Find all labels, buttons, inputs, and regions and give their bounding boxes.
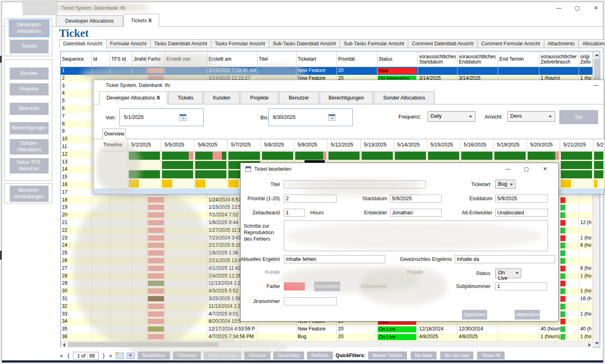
- sidebar-item-sonder-allocations[interactable]: Sonder-Allocations: [10, 139, 49, 154]
- timeline-cell[interactable]: [100, 161, 128, 170]
- subjobnummer-input[interactable]: 1: [495, 282, 547, 290]
- tab-developer-allocations[interactable]: Developer Allocations: [56, 15, 123, 27]
- timeline-cell[interactable]: [394, 151, 427, 161]
- quickfilter-show-all-button[interactable]: Show All: [477, 351, 505, 360]
- scroll-left-icon[interactable]: [63, 343, 65, 347]
- titel-input[interactable]: [284, 180, 426, 188]
- timeline-cell[interactable]: [194, 179, 228, 188]
- column-header-origi-zeitv[interactable]: origi Zeitv: [579, 51, 593, 67]
- timeline-cell[interactable]: [100, 151, 128, 161]
- calendar-icon[interactable]: 15: [328, 114, 335, 121]
- column-header-erstellt-von[interactable]: Erstellt von: [165, 51, 207, 67]
- gesch-tzt-button[interactable]: Geschätzt: [273, 351, 304, 360]
- timeline-cell[interactable]: [128, 151, 161, 161]
- hscroll-thumb[interactable]: [68, 342, 219, 347]
- timeline-cell[interactable]: [593, 161, 605, 170]
- timeline-cell[interactable]: [294, 151, 328, 161]
- aktuelles-input[interactable]: Inhalte fehlen: [284, 255, 385, 263]
- minimize-icon[interactable]: —: [501, 165, 515, 174]
- tab-tickets[interactable]: Tickets X: [124, 14, 159, 27]
- table-row[interactable]: 3512/17/2024 4:53:59 PNew Feature20On Li…: [61, 326, 593, 333]
- timeline-cell[interactable]: [161, 161, 194, 170]
- abbrechen-button[interactable]: Abbrechen: [515, 310, 540, 320]
- view-tab-datenblatt-ansicht[interactable]: Datenblatt Ansicht: [59, 39, 107, 49]
- table-row[interactable]: 13/19/2025 7:28:45 AMNew Feature20New: [61, 67, 593, 75]
- alt-entwickler-input[interactable]: Unallocated: [495, 209, 548, 217]
- timeline-cell[interactable]: [100, 170, 128, 179]
- view-tab-allocations[interactable]: Allocations: [579, 39, 605, 48]
- enddatum-input[interactable]: 5/9/2025: [495, 195, 548, 203]
- timeline-cell[interactable]: [460, 151, 494, 161]
- tab-sonder-allocations[interactable]: Sonder Allocations: [374, 91, 435, 104]
- scroll-down-icon[interactable]: [595, 342, 599, 345]
- delete-record-icon[interactable]: ✕: [127, 353, 135, 359]
- tab-overview[interactable]: Overview: [102, 129, 126, 139]
- sidebar-item-projekte[interactable]: Projekte: [10, 83, 49, 95]
- gewuenschtes-input[interactable]: Inhalte da: [455, 255, 555, 263]
- minimize-icon[interactable]: —: [590, 81, 602, 90]
- tab-tickets[interactable]: Tickets: [168, 91, 203, 104]
- quickfilter-meine-tickets-button[interactable]: Meine Tickets: [368, 351, 407, 360]
- timeline-cell[interactable]: [427, 151, 460, 161]
- new-record-icon[interactable]: ★: [116, 353, 124, 359]
- go-button[interactable]: Go: [559, 110, 598, 124]
- view-tab-comment-formular-ansicht[interactable]: Comment Formular Ansicht: [477, 39, 544, 48]
- sidebar-item-berechtigungen[interactable]: Berechtigungen: [10, 122, 49, 134]
- timeline-cell[interactable]: [128, 170, 161, 179]
- allocate-button[interactable]: Allocate: [244, 351, 271, 360]
- column-header-ticketart[interactable]: Ticketart: [296, 51, 337, 67]
- calendar-icon[interactable]: 15: [179, 114, 186, 121]
- timeline-cell[interactable]: [194, 161, 228, 170]
- column-header-tfs-id[interactable]: TFS Id: [110, 51, 132, 67]
- status-select[interactable]: On Live: [495, 268, 521, 278]
- sidebar-item-kunden[interactable]: Kunden: [10, 68, 49, 80]
- tab-berechtigungen[interactable]: Berechtigungen: [320, 91, 373, 104]
- tab-projekte[interactable]: Projekte: [241, 91, 278, 104]
- timeline-cell[interactable]: [128, 161, 161, 170]
- nav-last-button[interactable]: »: [108, 352, 113, 359]
- jiranummer-input[interactable]: [284, 297, 337, 305]
- speichern-button[interactable]: Speichern: [462, 310, 487, 320]
- bearbeiten-button[interactable]: Bearbeiten: [138, 351, 170, 360]
- column-header-voraussichtlicher-zeitverbrauch[interactable]: voraussichtlicher Zeitverbrauch: [539, 51, 579, 67]
- view-tab-comment-datenblatt-ansicht[interactable]: Comment Datenblatt Ansicht: [408, 39, 477, 48]
- nav-first-button[interactable]: «: [59, 352, 64, 359]
- view-tab-tasks-datenblatt-ansicht[interactable]: Tasks Datenblatt Ansicht: [151, 39, 211, 48]
- close-tab-icon[interactable]: X: [155, 95, 160, 101]
- table-row[interactable]: 364/7/2025 7:34:56 PMBug20On Live4/8/202…: [61, 333, 593, 341]
- quickfilter-no-on-live-button[interactable]: No On Live: [440, 351, 473, 360]
- timeline-cell[interactable]: [194, 170, 228, 179]
- maximize-icon[interactable]: ▢: [569, 4, 586, 13]
- column-header-priorit-t[interactable]: Priorität: [337, 51, 377, 67]
- timeline-cell[interactable]: [261, 151, 294, 161]
- quickfilter-no-new-button[interactable]: No New: [411, 351, 437, 360]
- timeline-cell[interactable]: [328, 151, 361, 161]
- column-header-erstellt-am[interactable]: Erstellt am: [207, 51, 258, 67]
- timeline-cell[interactable]: [228, 151, 261, 161]
- maximize-icon[interactable]: ▢: [520, 165, 533, 174]
- column-header-sequence[interactable]: Sequence: [61, 51, 92, 67]
- view-tab-formular-ansicht[interactable]: Formular Ansicht: [107, 39, 151, 48]
- tab-developer-allocations[interactable]: Developer Allocations X: [99, 91, 167, 104]
- nav-prev-button[interactable]: (: [67, 352, 70, 359]
- bis-datepicker[interactable]: 6/30/2025 15: [268, 108, 353, 126]
- timeline-cell[interactable]: [128, 179, 161, 188]
- minimize-icon[interactable]: —: [550, 4, 567, 13]
- column-header-id[interactable]: Id: [92, 51, 110, 67]
- sidebar-item-tickets[interactable]: Tickets: [10, 40, 49, 53]
- timeline-cell[interactable]: [593, 151, 605, 161]
- column-header-jiranr[interactable]: JiraNr: [132, 51, 147, 67]
- scroll-right-icon[interactable]: [588, 343, 591, 347]
- timeline-cell[interactable]: [560, 179, 593, 188]
- timeline-cell[interactable]: [560, 151, 593, 161]
- sidebar-item-developer-allocations[interactable]: Developer-Allocations: [10, 20, 49, 36]
- horizontal-scrollbar[interactable]: [61, 341, 593, 347]
- auswaehlen-button[interactable]: Auswählen: [314, 281, 340, 291]
- ticketart-select[interactable]: Bug: [495, 180, 516, 189]
- sidebar-item-benutzer-einstellungen[interactable]: Benutzer-einstellungen: [10, 186, 49, 202]
- prioritaet-input[interactable]: 2: [284, 195, 337, 203]
- entwickler-input[interactable]: Jonathan: [390, 209, 442, 217]
- nav-next-button[interactable]: ): [102, 352, 105, 359]
- timeline-cell[interactable]: [100, 179, 128, 188]
- sidebar-item-benutzer[interactable]: Benutzer: [10, 103, 49, 115]
